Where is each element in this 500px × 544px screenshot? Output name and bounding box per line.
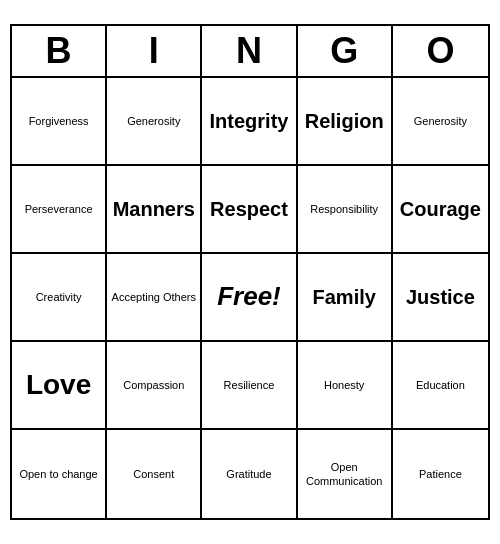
cell-text: Justice bbox=[406, 284, 475, 310]
bingo-cell: Open Communication bbox=[298, 430, 393, 518]
bingo-cell: Generosity bbox=[393, 78, 488, 166]
cell-text: Education bbox=[416, 378, 465, 392]
bingo-grid: ForgivenessGenerosityIntegrityReligionGe… bbox=[12, 78, 488, 518]
bingo-cell: Consent bbox=[107, 430, 202, 518]
cell-text: Generosity bbox=[414, 114, 467, 128]
cell-text: Gratitude bbox=[226, 467, 271, 481]
bingo-cell: Resilience bbox=[202, 342, 297, 430]
cell-text: Generosity bbox=[127, 114, 180, 128]
header-letter: G bbox=[298, 26, 393, 76]
bingo-cell: Integrity bbox=[202, 78, 297, 166]
cell-text: Perseverance bbox=[25, 202, 93, 216]
bingo-cell: Honesty bbox=[298, 342, 393, 430]
bingo-cell: Accepting Others bbox=[107, 254, 202, 342]
cell-text: Religion bbox=[305, 108, 384, 134]
cell-text: Creativity bbox=[36, 290, 82, 304]
bingo-header: BINGO bbox=[12, 26, 488, 78]
cell-text: Patience bbox=[419, 467, 462, 481]
bingo-cell: Manners bbox=[107, 166, 202, 254]
cell-text: Honesty bbox=[324, 378, 364, 392]
bingo-cell: Open to change bbox=[12, 430, 107, 518]
bingo-cell: Generosity bbox=[107, 78, 202, 166]
cell-text: Accepting Others bbox=[112, 290, 196, 304]
bingo-cell: Love bbox=[12, 342, 107, 430]
header-letter: I bbox=[107, 26, 202, 76]
header-letter: N bbox=[202, 26, 297, 76]
cell-text: Love bbox=[26, 367, 91, 403]
bingo-cell: Forgiveness bbox=[12, 78, 107, 166]
cell-text: Free! bbox=[217, 280, 281, 314]
bingo-cell: Courage bbox=[393, 166, 488, 254]
bingo-card: BINGO ForgivenessGenerosityIntegrityReli… bbox=[10, 24, 490, 520]
bingo-cell: Religion bbox=[298, 78, 393, 166]
cell-text: Open to change bbox=[19, 467, 97, 481]
bingo-cell: Gratitude bbox=[202, 430, 297, 518]
cell-text: Family bbox=[313, 284, 376, 310]
bingo-cell: Family bbox=[298, 254, 393, 342]
cell-text: Courage bbox=[400, 196, 481, 222]
cell-text: Open Communication bbox=[302, 460, 387, 489]
bingo-cell: Respect bbox=[202, 166, 297, 254]
cell-text: Forgiveness bbox=[29, 114, 89, 128]
bingo-cell: Compassion bbox=[107, 342, 202, 430]
bingo-cell: Creativity bbox=[12, 254, 107, 342]
bingo-cell: Patience bbox=[393, 430, 488, 518]
header-letter: O bbox=[393, 26, 488, 76]
cell-text: Resilience bbox=[224, 378, 275, 392]
cell-text: Manners bbox=[113, 196, 195, 222]
cell-text: Compassion bbox=[123, 378, 184, 392]
bingo-cell: Justice bbox=[393, 254, 488, 342]
cell-text: Responsibility bbox=[310, 202, 378, 216]
cell-text: Integrity bbox=[210, 108, 289, 134]
cell-text: Respect bbox=[210, 196, 288, 222]
cell-text: Consent bbox=[133, 467, 174, 481]
header-letter: B bbox=[12, 26, 107, 76]
bingo-cell: Free! bbox=[202, 254, 297, 342]
bingo-cell: Responsibility bbox=[298, 166, 393, 254]
bingo-cell: Education bbox=[393, 342, 488, 430]
bingo-cell: Perseverance bbox=[12, 166, 107, 254]
